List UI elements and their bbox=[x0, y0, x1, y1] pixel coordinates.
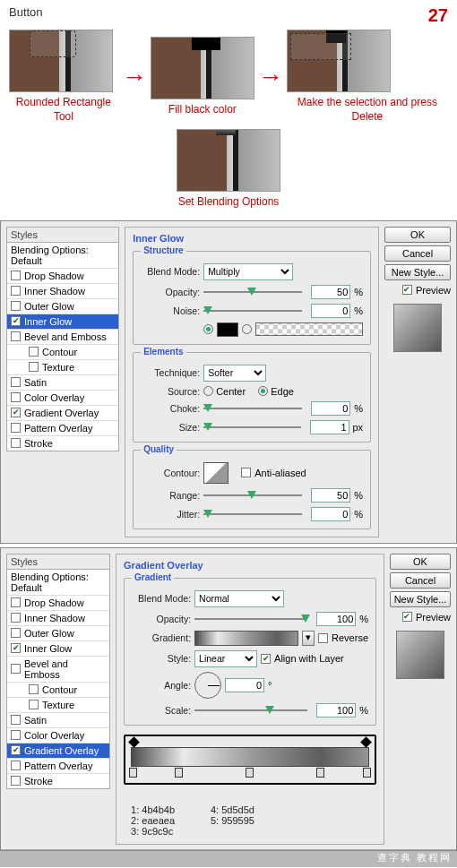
range-input[interactable] bbox=[311, 488, 350, 503]
color-radio[interactable] bbox=[203, 324, 213, 334]
gradient-bar[interactable]: 1 2 3 4 5 bbox=[131, 747, 369, 767]
style-drop-shadow[interactable]: Drop Shadow bbox=[7, 595, 109, 610]
thumb-2 bbox=[151, 37, 254, 99]
angle-wheel[interactable] bbox=[194, 672, 221, 699]
contour-label: Contour: bbox=[141, 468, 200, 478]
style-contour[interactable]: Contour bbox=[7, 682, 109, 697]
preview-label: Preview bbox=[416, 612, 451, 623]
source-center-radio[interactable]: Center bbox=[203, 386, 246, 397]
blend-mode-select[interactable]: Multiply bbox=[203, 263, 293, 280]
preview-checkbox[interactable] bbox=[402, 612, 412, 622]
gradient-stop[interactable] bbox=[316, 768, 324, 778]
gradient-stop[interactable] bbox=[175, 768, 183, 778]
style-gradient-overlay[interactable]: Gradient Overlay bbox=[7, 743, 109, 758]
style-select[interactable]: Linear bbox=[194, 650, 257, 667]
noise-input[interactable] bbox=[311, 304, 350, 318]
styles-list: Blending Options: Default Drop Shadow In… bbox=[6, 569, 110, 789]
blend-mode-label: Blend Mode: bbox=[141, 266, 200, 277]
new-style-button[interactable]: New Style... bbox=[384, 264, 451, 280]
size-input[interactable] bbox=[310, 420, 349, 434]
style-texture[interactable]: Texture bbox=[7, 359, 118, 374]
choke-slider[interactable] bbox=[203, 402, 307, 415]
noise-label: Noise: bbox=[141, 305, 200, 316]
caption-1: Rounded Rectangle Tool bbox=[9, 96, 118, 124]
gradient-editor: 1 2 3 4 5 bbox=[124, 735, 376, 785]
opacity-label: Opacity: bbox=[132, 614, 191, 624]
range-slider[interactable] bbox=[203, 489, 307, 502]
gradient-swatch[interactable] bbox=[194, 631, 298, 646]
style-contour[interactable]: Contour bbox=[7, 344, 118, 359]
style-outer-glow[interactable]: Outer Glow bbox=[7, 625, 109, 640]
style-inner-glow[interactable]: Inner Glow bbox=[7, 640, 109, 656]
blending-options[interactable]: Blending Options: Default bbox=[7, 243, 118, 268]
arrow-icon: → bbox=[122, 63, 147, 91]
reverse-label: Reverse bbox=[332, 632, 368, 643]
opacity-slider[interactable] bbox=[203, 286, 307, 298]
style-pattern-overlay[interactable]: Pattern Overlay bbox=[7, 420, 118, 435]
style-inner-shadow[interactable]: Inner Shadow bbox=[7, 610, 109, 625]
choke-input[interactable] bbox=[311, 401, 350, 416]
step-number: 27 bbox=[428, 5, 448, 26]
gradient-stop[interactable] bbox=[129, 768, 137, 778]
style-stroke[interactable]: Stroke bbox=[7, 773, 109, 788]
contour-swatch[interactable] bbox=[203, 462, 228, 484]
preview-swatch bbox=[396, 631, 444, 679]
choke-label: Choke: bbox=[141, 403, 200, 414]
gradient-dropdown-icon[interactable]: ▾ bbox=[302, 631, 315, 646]
ok-button[interactable]: OK bbox=[390, 554, 451, 570]
opacity-input[interactable] bbox=[311, 285, 350, 299]
source-edge-radio[interactable]: Edge bbox=[258, 386, 294, 397]
opacity-slider[interactable] bbox=[194, 613, 313, 625]
jitter-slider[interactable] bbox=[203, 508, 307, 520]
source-label: Source: bbox=[141, 386, 200, 397]
gradient-stop[interactable] bbox=[246, 768, 254, 778]
anti-aliased-label: Anti-aliased bbox=[254, 468, 306, 478]
ok-button[interactable]: OK bbox=[384, 227, 451, 243]
style-inner-shadow[interactable]: Inner Shadow bbox=[7, 283, 118, 298]
cancel-button[interactable]: Cancel bbox=[384, 245, 451, 262]
layer-style-inner-glow: Styles Blending Options: Default Drop Sh… bbox=[0, 220, 457, 544]
style-outer-glow[interactable]: Outer Glow bbox=[7, 298, 118, 314]
style-texture[interactable]: Texture bbox=[7, 697, 109, 712]
style-pattern-overlay[interactable]: Pattern Overlay bbox=[7, 758, 109, 773]
align-checkbox[interactable] bbox=[261, 654, 271, 664]
cancel-button[interactable]: Cancel bbox=[390, 572, 451, 589]
jitter-input[interactable] bbox=[311, 507, 350, 521]
style-bevel[interactable]: Bevel and Emboss bbox=[7, 329, 118, 344]
preview-label: Preview bbox=[416, 285, 451, 296]
reverse-checkbox[interactable] bbox=[318, 633, 328, 643]
gradient-stop[interactable] bbox=[363, 768, 371, 778]
watermark: 查字典 教程网 jiaocheng.chazidian.com bbox=[0, 849, 457, 867]
size-slider[interactable] bbox=[203, 421, 306, 434]
scale-slider[interactable] bbox=[194, 704, 313, 717]
style-gradient-overlay[interactable]: Gradient Overlay bbox=[7, 405, 118, 420]
glow-color-swatch[interactable] bbox=[217, 322, 238, 337]
scale-input[interactable] bbox=[316, 703, 356, 718]
style-drop-shadow[interactable]: Drop Shadow bbox=[7, 268, 118, 283]
anti-aliased-checkbox[interactable] bbox=[241, 468, 251, 477]
blending-options[interactable]: Blending Options: Default bbox=[7, 570, 109, 595]
glow-gradient-swatch[interactable] bbox=[255, 322, 363, 336]
style-inner-glow[interactable]: Inner Glow bbox=[7, 314, 118, 329]
style-stroke[interactable]: Stroke bbox=[7, 435, 118, 451]
preview-checkbox[interactable] bbox=[402, 285, 412, 295]
blend-mode-select[interactable]: Normal bbox=[194, 590, 284, 607]
style-color-overlay[interactable]: Color Overlay bbox=[7, 727, 109, 743]
technique-label: Technique: bbox=[141, 367, 200, 378]
style-satin[interactable]: Satin bbox=[7, 374, 118, 390]
style-color-overlay[interactable]: Color Overlay bbox=[7, 390, 118, 405]
caption-4: Set Blending Options bbox=[177, 195, 280, 210]
align-label: Align with Layer bbox=[274, 653, 344, 664]
caption-2: Fill black color bbox=[151, 103, 254, 117]
angle-input[interactable] bbox=[225, 678, 264, 692]
style-bevel[interactable]: Bevel and Emboss bbox=[7, 656, 109, 682]
opacity-input[interactable] bbox=[316, 612, 356, 626]
layer-style-gradient-overlay: Styles Blending Options: Default Drop Sh… bbox=[0, 547, 457, 851]
new-style-button[interactable]: New Style... bbox=[390, 591, 451, 607]
style-satin[interactable]: Satin bbox=[7, 712, 109, 727]
gradient-label: Gradient: bbox=[132, 632, 191, 643]
noise-slider[interactable] bbox=[203, 305, 307, 317]
gradient-radio[interactable] bbox=[242, 324, 252, 334]
panel-title: Gradient Overlay bbox=[124, 560, 203, 571]
technique-select[interactable]: Softer bbox=[203, 365, 266, 382]
